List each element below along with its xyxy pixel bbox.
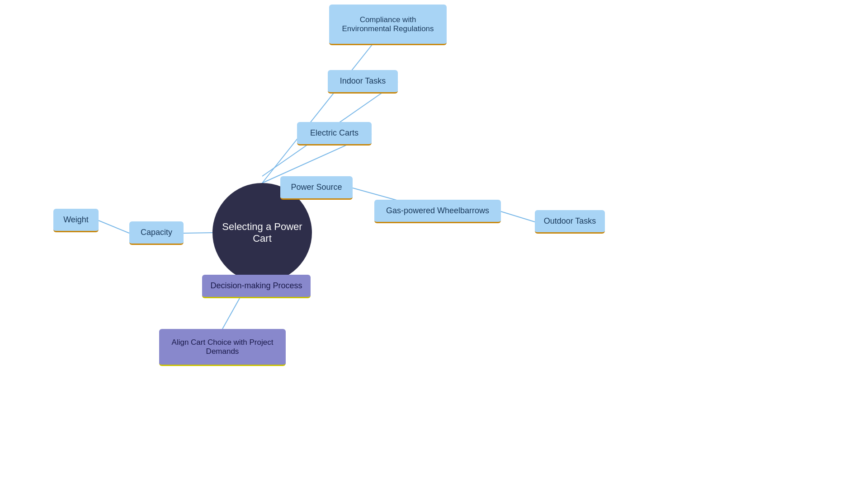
node-outdoor: Outdoor Tasks: [535, 210, 605, 234]
node-weight: Weight: [53, 209, 99, 232]
svg-line-0: [262, 25, 388, 183]
node-decision: Decision-making Process: [202, 275, 311, 298]
node-indoor: Indoor Tasks: [328, 70, 398, 94]
center-label: Selecting a Power Cart: [212, 221, 312, 244]
node-align: Align Cart Choice with ProjectDemands: [159, 329, 286, 366]
node-powersource: Power Source: [280, 176, 353, 200]
node-gas: Gas-powered Wheelbarrows: [374, 200, 501, 223]
svg-line-5: [501, 211, 535, 222]
node-electric: Electric Carts: [297, 122, 372, 145]
svg-line-6: [184, 233, 212, 233]
svg-line-9: [222, 298, 240, 329]
node-compliance: Compliance withEnvironmental Regulations: [329, 5, 447, 45]
svg-line-7: [99, 221, 129, 233]
node-capacity: Capacity: [129, 221, 184, 245]
